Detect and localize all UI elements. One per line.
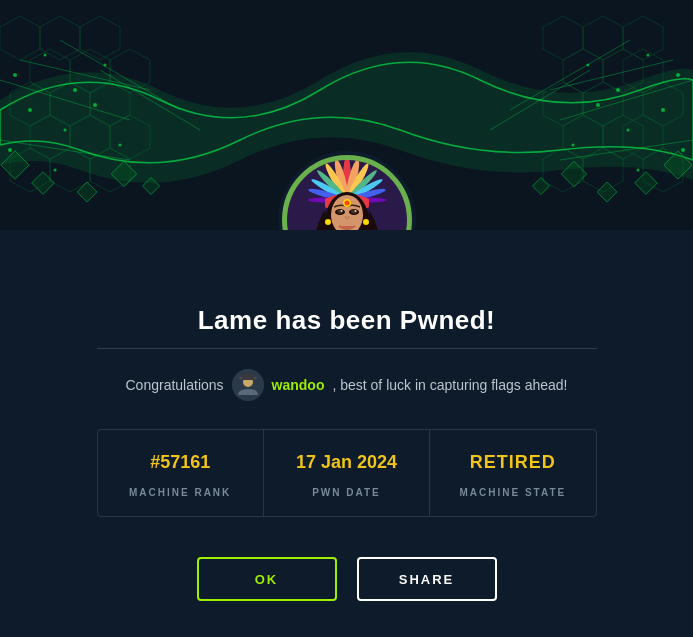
svg-point-43: [73, 88, 77, 92]
buttons-row: OK SHARE: [197, 557, 497, 601]
svg-point-57: [596, 103, 600, 107]
stat-cell-date: 17 Jan 2024 PWN DATE: [264, 430, 430, 516]
svg-point-47: [93, 103, 97, 107]
congrats-suffix: , best of luck in capturing flags ahead!: [332, 377, 567, 393]
stat-value-rank: #57161: [150, 452, 210, 473]
divider: [97, 348, 597, 349]
stats-grid: #57161 MACHINE RANK 17 Jan 2024 PWN DATE…: [97, 429, 597, 517]
svg-point-60: [637, 169, 640, 172]
username: wandoo: [272, 377, 325, 393]
svg-point-44: [104, 64, 107, 67]
svg-point-48: [119, 144, 122, 147]
svg-point-42: [44, 54, 47, 57]
modal-container: Lame has been Pwned! Congratulations wan…: [0, 0, 693, 637]
stat-cell-state: RETIRED MACHINE STATE: [430, 430, 595, 516]
svg-point-100: [363, 219, 369, 225]
svg-rect-105: [242, 374, 254, 379]
svg-point-58: [572, 144, 575, 147]
svg-point-52: [647, 54, 650, 57]
stat-label-rank: MACHINE RANK: [129, 487, 231, 498]
svg-point-95: [340, 210, 342, 212]
stat-value-state: RETIRED: [470, 452, 556, 473]
user-avatar-small: [232, 369, 264, 401]
banner: [0, 0, 693, 230]
congrats-row: Congratulations wandoo , best of luck in…: [126, 369, 568, 401]
svg-point-59: [681, 148, 685, 152]
svg-point-45: [28, 108, 32, 112]
content-area: Lame has been Pwned! Congratulations wan…: [0, 305, 693, 601]
svg-point-51: [676, 73, 680, 77]
svg-point-41: [13, 73, 17, 77]
svg-point-46: [64, 129, 67, 132]
congrats-text: Congratulations: [126, 377, 224, 393]
svg-point-96: [354, 210, 356, 212]
stat-label-date: PWN DATE: [312, 487, 381, 498]
stat-value-date: 17 Jan 2024: [296, 452, 397, 473]
ok-button[interactable]: OK: [197, 557, 337, 601]
svg-point-56: [627, 129, 630, 132]
svg-point-49: [8, 148, 12, 152]
share-button[interactable]: SHARE: [357, 557, 497, 601]
svg-point-55: [661, 108, 665, 112]
svg-point-54: [587, 64, 590, 67]
stat-cell-rank: #57161 MACHINE RANK: [98, 430, 264, 516]
svg-point-99: [325, 219, 331, 225]
stat-label-state: MACHINE STATE: [459, 487, 566, 498]
svg-point-50: [54, 169, 57, 172]
svg-point-98: [344, 201, 349, 206]
svg-point-53: [616, 88, 620, 92]
page-title: Lame has been Pwned!: [198, 305, 496, 336]
